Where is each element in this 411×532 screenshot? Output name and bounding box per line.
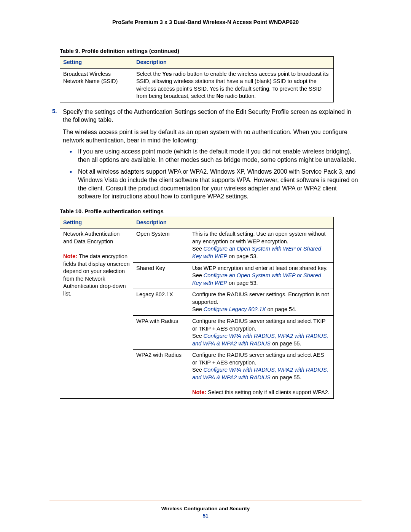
text: on page 53. <box>227 253 258 259</box>
text: See <box>192 367 204 373</box>
text: See <box>192 272 204 278</box>
cross-reference-link[interactable]: Configure WPA with RADIUS, WPA2 with RAD… <box>192 367 328 380</box>
description-cell: Configure the RADIUS server settings. En… <box>189 289 334 316</box>
text: See <box>192 246 204 252</box>
text: Select the <box>136 71 162 77</box>
table-row: Network Authentication and Data Encrypti… <box>60 228 334 262</box>
table10-setting-cell: Network Authentication and Data Encrypti… <box>60 228 133 398</box>
text: Configure the RADIUS server settings and… <box>192 318 325 332</box>
table-row: Broadcast Wireless Network Name (SSID) S… <box>60 68 334 102</box>
text: Network Authentication and Data Encrypti… <box>63 231 119 244</box>
document-header: ProSafe Premium 3 x 3 Dual-Band Wireless… <box>51 19 360 25</box>
table10: Setting Description Network Authenticati… <box>60 217 334 399</box>
page-footer: Wireless Configuration and Security 51 <box>49 500 362 519</box>
method-cell: Shared Key <box>133 262 189 289</box>
text: Configure the RADIUS server settings. En… <box>192 291 329 305</box>
note-label: Note: <box>63 253 77 259</box>
cross-reference-link[interactable]: Configure Legacy 802.1X <box>204 306 266 312</box>
text: This is the default setting. Use an open… <box>192 231 326 244</box>
text: on page 54. <box>266 306 297 312</box>
text: on page 55. <box>271 374 301 380</box>
list-item: Not all wireless adapters support WPA or… <box>70 168 360 200</box>
method-cell: WPA with Radius <box>133 315 189 349</box>
text: on page 53. <box>227 280 258 286</box>
step-number: 5. <box>52 108 63 114</box>
text: See <box>192 333 204 339</box>
step-text: Specify the settings of the Authenticati… <box>63 108 360 124</box>
text: Select this setting only if all clients … <box>206 389 330 395</box>
table10-head-description: Description <box>133 217 334 228</box>
method-cell: WPA2 with Radius <box>133 350 189 398</box>
text: Configure the RADIUS server settings and… <box>192 352 324 366</box>
method-cell: Open System <box>133 228 189 262</box>
table10-head-setting: Setting <box>60 217 133 228</box>
paragraph: The wireless access point is set by defa… <box>63 128 360 144</box>
method-cell: Legacy 802.1X <box>133 289 189 316</box>
bullet-list: If you are using access point mode (whic… <box>70 147 360 201</box>
note-label: Note: <box>192 389 206 395</box>
cross-reference-link[interactable]: Configure WPA with RADIUS, WPA2 with RAD… <box>192 333 328 347</box>
step-5: 5. Specify the settings of the Authentic… <box>51 108 360 124</box>
description-cell: Use WEP encryption and enter at least on… <box>189 262 334 289</box>
description-cell: Configure the RADIUS server settings and… <box>189 315 334 349</box>
list-item: If you are using access point mode (whic… <box>70 147 360 164</box>
table9-row1-setting: Broadcast Wireless Network Name (SSID) <box>60 68 133 102</box>
text: See <box>192 306 204 312</box>
page-number: 51 <box>49 513 362 519</box>
table9-row1-description: Select the Yes radio button to enable th… <box>133 68 334 102</box>
text: The data encryption fields that display … <box>63 253 130 297</box>
bold-text: Yes <box>162 71 172 77</box>
footer-rule <box>49 500 362 500</box>
text: on page 55. <box>271 340 301 347</box>
table9-head-setting: Setting <box>60 57 133 69</box>
description-cell: This is the default setting. Use an open… <box>189 228 334 262</box>
footer-section-title: Wireless Configuration and Security <box>49 506 362 511</box>
table9-head-description: Description <box>133 57 334 69</box>
table10-caption: Table 10. Profile authentication setting… <box>60 208 360 214</box>
bold-text: No <box>216 93 223 99</box>
description-cell: Configure the RADIUS server settings and… <box>189 350 334 398</box>
table9: Setting Description Broadcast Wireless N… <box>60 56 334 102</box>
page: ProSafe Premium 3 x 3 Dual-Band Wireless… <box>0 0 411 532</box>
text: Use WEP encryption and enter at least on… <box>192 265 328 271</box>
table9-caption: Table 9. Profile definition settings (co… <box>60 48 360 54</box>
text: radio button. <box>224 93 256 99</box>
